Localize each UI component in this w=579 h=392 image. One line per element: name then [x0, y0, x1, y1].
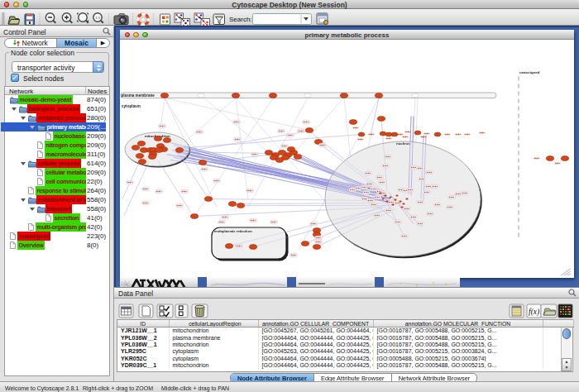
- svg-text:Search:: Search:: [229, 15, 252, 22]
- svg-text:cytoplasm: cytoplasm: [122, 104, 141, 108]
- svg-text:f(x): f(x): [529, 308, 539, 317]
- svg-text:unassigned: unassigned: [519, 70, 540, 74]
- svg-text:endoplasmic reticulum: endoplasmic reticulum: [214, 229, 252, 233]
- svg-text:plasma membrane: plasma membrane: [122, 93, 156, 98]
- svg-text:nucleus: nucleus: [396, 141, 410, 146]
